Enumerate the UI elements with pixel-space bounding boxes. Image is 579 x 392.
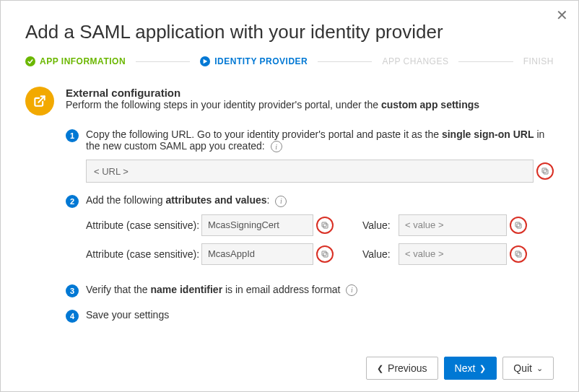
step-separator [136, 61, 190, 62]
dialog-title: Add a SAML application with your identit… [25, 21, 554, 43]
play-icon [200, 56, 210, 66]
attribute-name-input[interactable] [201, 243, 313, 265]
copy-value-button[interactable] [510, 217, 527, 234]
chevron-left-icon: ❮ [377, 364, 383, 373]
section-description: Perform the following steps in your iden… [66, 99, 479, 110]
wizard-footer: ❮ Previous Next ❯ Quit ⌄ [366, 357, 554, 380]
external-config-section: External configuration Perform the follo… [25, 87, 554, 116]
step-finish: FINISH [523, 56, 554, 66]
step-identity-provider[interactable]: IDENTITY PROVIDER [200, 56, 308, 66]
section-text: External configuration Perform the follo… [66, 87, 479, 110]
button-label: Previous [388, 362, 427, 374]
info-icon[interactable]: i [275, 196, 287, 207]
step-separator [458, 61, 513, 62]
svg-rect-2 [323, 224, 328, 228]
svg-rect-3 [322, 222, 326, 227]
step3-text-pre: Verify that the [86, 284, 151, 295]
instruction-step-3: 3 Verify that the name identifier is in … [66, 284, 554, 297]
step-separator [318, 61, 372, 62]
button-label: Quit [513, 362, 532, 374]
step3-text-bold: name identifier [151, 284, 223, 295]
step1-text-bold: single sign-on URL [442, 129, 534, 140]
step2-text-post: : [267, 194, 270, 206]
copy-url-button[interactable] [536, 162, 554, 180]
checkmark-icon [25, 56, 35, 66]
external-link-icon [25, 87, 54, 116]
attribute-label: Attribute (case sensitive): [86, 219, 201, 231]
step-label: APP INFORMATION [40, 56, 126, 66]
step-number-badge: 2 [66, 195, 79, 208]
step2-text-bold: attributes and values [166, 194, 267, 206]
button-label: Next [455, 362, 476, 374]
svg-rect-0 [544, 170, 548, 174]
sso-url-input[interactable] [86, 160, 534, 183]
instruction-step-1: 1 Copy the following URL. Go to your ide… [66, 129, 554, 183]
info-icon[interactable]: i [346, 284, 357, 296]
instruction-step-2: 2 Add the following attributes and value… [66, 194, 554, 271]
svg-rect-5 [515, 222, 520, 227]
value-label: Value: [362, 219, 399, 231]
step-label: FINISH [523, 56, 554, 66]
copy-value-button[interactable] [510, 245, 527, 263]
wizard-stepper: APP INFORMATION IDENTITY PROVIDER APP CH… [25, 56, 554, 66]
step-number-badge: 3 [66, 284, 79, 297]
chevron-right-icon: ❯ [479, 364, 486, 373]
instruction-step-4: 4 Save your settings [66, 309, 554, 323]
chevron-down-icon: ⌄ [536, 364, 543, 373]
step3-text-post: is in email address format [222, 284, 340, 295]
step-app-changes: APP CHANGES [382, 56, 448, 66]
step-app-information[interactable]: APP INFORMATION [25, 56, 126, 66]
info-icon[interactable]: i [271, 141, 282, 152]
close-icon[interactable]: ✕ [556, 8, 568, 22]
saml-wizard-dialog: ✕ Add a SAML application with your ident… [0, 0, 579, 392]
step-label: APP CHANGES [382, 56, 448, 66]
attribute-row: Attribute (case sensitive): Value: [86, 214, 554, 236]
svg-rect-8 [517, 253, 521, 257]
previous-button[interactable]: ❮ Previous [366, 357, 437, 380]
copy-attribute-button[interactable] [316, 217, 334, 234]
svg-rect-7 [322, 251, 326, 256]
section-title: External configuration [66, 87, 479, 99]
step-number-badge: 4 [66, 310, 79, 323]
svg-rect-4 [517, 224, 521, 228]
attribute-value-input[interactable] [399, 243, 507, 265]
next-button[interactable]: Next ❯ [444, 357, 497, 380]
attribute-row: Attribute (case sensitive): Value: [86, 243, 554, 265]
svg-rect-1 [542, 168, 547, 173]
attribute-label: Attribute (case sensitive): [86, 248, 201, 260]
instruction-steps: 1 Copy the following URL. Go to your ide… [66, 129, 554, 323]
value-label: Value: [362, 248, 399, 260]
copy-attribute-button[interactable] [316, 245, 334, 263]
step1-text-pre: Copy the following URL. Go to your ident… [86, 129, 442, 140]
attribute-name-input[interactable] [201, 214, 313, 236]
attribute-value-input[interactable] [399, 214, 507, 236]
step4-text: Save your settings [86, 309, 169, 321]
svg-rect-9 [515, 251, 520, 256]
svg-rect-6 [323, 253, 328, 257]
step-label: IDENTITY PROVIDER [214, 56, 308, 66]
step-number-badge: 1 [66, 129, 79, 142]
step2-text-pre: Add the following [86, 194, 166, 206]
quit-button[interactable]: Quit ⌄ [502, 357, 554, 380]
